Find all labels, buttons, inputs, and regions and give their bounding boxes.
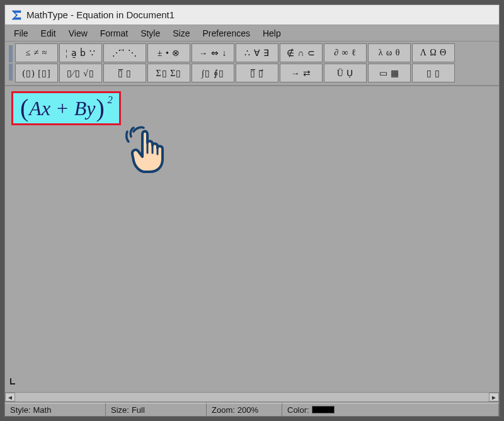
- symbol-palette-row: ≤ ≠ ≈ ¦ a̱ ḃ ∵ ⋰ ⃗ ⋱ ± • ⊗ → ⇔ ↓ ∴ ∀ ∃ ∉…: [15, 43, 455, 62]
- palette-fractions[interactable]: ▯⁄▯ √▯: [59, 64, 102, 82]
- status-zoom-value: 200%: [238, 405, 258, 415]
- status-size-value: Full: [132, 405, 145, 415]
- app-sigma-icon: [10, 9, 23, 21]
- palette-products[interactable]: Ü Ụ: [324, 64, 367, 82]
- palette-matrices[interactable]: ▭ ▦: [368, 64, 411, 82]
- status-zoom-label: Zoom:: [212, 405, 235, 415]
- palette-embellishments[interactable]: ⋰ ⃗ ⋱: [103, 43, 146, 62]
- status-bar: Style: Math Size: Full Zoom: 200% Color:: [5, 402, 499, 416]
- palette-subsup[interactable]: ▯̅ ▯: [103, 64, 146, 82]
- scroll-track[interactable]: [15, 393, 489, 401]
- status-style[interactable]: Style: Math: [5, 403, 106, 416]
- menu-view[interactable]: View: [62, 27, 94, 40]
- status-style-value: Math: [33, 405, 52, 415]
- scroll-right-button[interactable]: ►: [489, 393, 499, 401]
- menu-style[interactable]: Style: [134, 27, 166, 40]
- toolbar-grip[interactable]: [8, 43, 14, 82]
- app-window: MathType - Equation in Document1 File Ed…: [4, 4, 500, 417]
- palette-greek-lower[interactable]: λ ω θ: [368, 43, 411, 62]
- menu-help[interactable]: Help: [256, 27, 287, 40]
- palette-sums[interactable]: Σ▯ Σ▯: [147, 64, 190, 82]
- scroll-left-button[interactable]: ◄: [5, 393, 15, 401]
- horizontal-scrollbar[interactable]: ◄ ►: [5, 392, 499, 402]
- equation-body[interactable]: ( Ax + By ): [18, 96, 106, 121]
- title-bar[interactable]: MathType - Equation in Document1: [5, 5, 499, 25]
- close-paren: ): [95, 96, 105, 121]
- menu-bar: File Edit View Format Style Size Prefere…: [5, 25, 499, 42]
- palette-greek-upper[interactable]: Λ Ω Θ: [412, 43, 455, 62]
- palette-relational[interactable]: ≤ ≠ ≈: [15, 43, 58, 62]
- status-color-label: Color:: [287, 405, 309, 415]
- status-zoom[interactable]: Zoom: 200%: [207, 403, 282, 416]
- equation-selection[interactable]: ( Ax + By ) 2: [11, 91, 121, 125]
- open-paren: (: [20, 96, 29, 121]
- palette-set-theory[interactable]: ∉ ∩ ⊂: [280, 43, 323, 62]
- status-size[interactable]: Size: Full: [106, 403, 207, 416]
- insertion-caret: [10, 378, 15, 385]
- template-palette-row: (▯) [▯] ▯⁄▯ √▯ ▯̅ ▯ Σ▯ Σ▯ ∫▯ ∮▯ ▯̅ ▯⃗ → …: [15, 64, 455, 82]
- menu-preferences[interactable]: Preferences: [196, 27, 256, 40]
- color-swatch: [312, 406, 335, 413]
- palette-logical[interactable]: ∴ ∀ ∃: [236, 43, 278, 62]
- palette-overbars[interactable]: ▯̅ ▯⃗: [236, 64, 278, 82]
- palette-arrows[interactable]: → ⇔ ↓: [192, 43, 234, 62]
- palette-fences[interactable]: (▯) [▯]: [15, 64, 58, 82]
- status-style-label: Style:: [10, 405, 31, 415]
- palette-misc[interactable]: ∂ ∞ ℓ: [324, 43, 367, 62]
- toolbar-area: ≤ ≠ ≈ ¦ a̱ ḃ ∵ ⋰ ⃗ ⋱ ± • ⊗ → ⇔ ↓ ∴ ∀ ∃ ∉…: [5, 42, 499, 86]
- palette-operators[interactable]: ± • ⊗: [147, 43, 190, 62]
- palette-integrals[interactable]: ∫▯ ∮▯: [192, 64, 234, 82]
- equation-editor-canvas[interactable]: ( Ax + By ) 2: [5, 86, 499, 392]
- equation-superscript[interactable]: 2: [108, 94, 113, 106]
- palette-boxes[interactable]: ▯ ▯: [412, 64, 455, 82]
- menu-edit[interactable]: Edit: [35, 27, 62, 40]
- palette-spaces[interactable]: ¦ a̱ ḃ ∵: [59, 43, 102, 62]
- pointing-hand-icon: [125, 124, 170, 174]
- equation-inner: Ax + By: [29, 97, 95, 120]
- menu-format[interactable]: Format: [94, 27, 134, 40]
- menu-file[interactable]: File: [8, 27, 35, 40]
- menu-size[interactable]: Size: [166, 27, 196, 40]
- status-color[interactable]: Color:: [282, 403, 499, 416]
- status-size-label: Size:: [111, 405, 129, 415]
- palette-labeled-arrows[interactable]: → ⇄: [280, 64, 323, 82]
- window-title: MathType - Equation in Document1: [26, 9, 175, 20]
